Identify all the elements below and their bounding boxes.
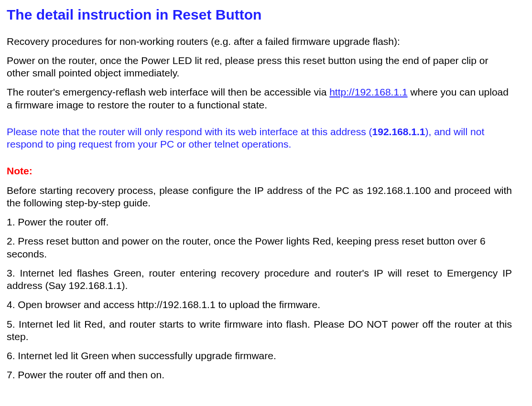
step-7: 7. Power the router off and then on. xyxy=(7,369,512,381)
page-title: The detail instruction in Reset Button xyxy=(7,6,512,24)
blue-warning-ip: 192.168.1.1 xyxy=(372,126,425,137)
step-1: 1. Power the router off. xyxy=(7,216,512,228)
blue-warning: Please note that the router will only re… xyxy=(7,126,512,151)
note-body: Before starting recovery process, please… xyxy=(7,184,512,210)
note-label: Note: xyxy=(7,165,512,177)
step-power-on: Power on the router, once the Power LED … xyxy=(7,54,512,80)
step-2: 2. Press reset button and power on the r… xyxy=(7,235,512,260)
reflash-paragraph: The router's emergency-reflash web inter… xyxy=(7,86,512,111)
router-ip-link[interactable]: http://192.168.1.1 xyxy=(329,86,407,97)
intro-paragraph: Recovery procedures for non-working rout… xyxy=(7,35,512,48)
step-6: 6. Internet led lit Green when successfu… xyxy=(7,350,512,362)
step-4: 4. Open browser and access http://192.16… xyxy=(7,299,512,311)
reflash-prefix: The router's emergency-reflash web inter… xyxy=(7,86,329,97)
step-5: 5. Internet led lit Red, and router star… xyxy=(7,318,512,343)
step-3: 3. Internet led flashes Green, router en… xyxy=(7,267,512,292)
blue-warning-pre: Please note that the router will only re… xyxy=(7,126,372,137)
